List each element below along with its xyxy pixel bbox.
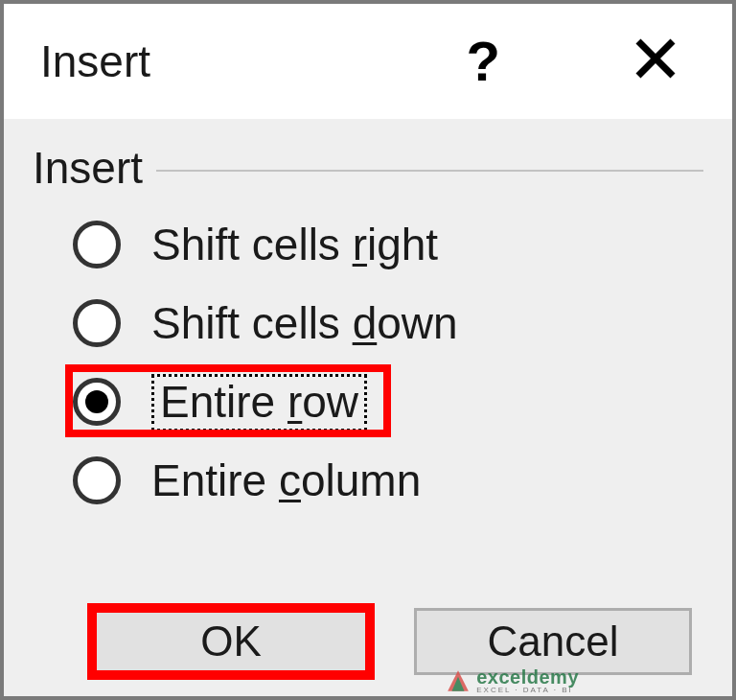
- text: Shift cells: [151, 298, 353, 348]
- close-icon[interactable]: [625, 32, 686, 91]
- text: ight: [367, 220, 438, 269]
- label-shift-right[interactable]: Shift cells right: [151, 219, 438, 270]
- text: Entire: [160, 377, 288, 427]
- window-controls: ?: [457, 30, 686, 93]
- group-divider: [156, 170, 703, 172]
- accelerator: r: [288, 377, 302, 427]
- radio-shift-right[interactable]: [73, 221, 121, 268]
- radio-shift-down[interactable]: [73, 299, 121, 347]
- text: Shift cells: [151, 220, 353, 269]
- ok-button[interactable]: OK: [92, 608, 370, 675]
- dialog-title: Insert: [40, 35, 150, 87]
- ok-button-label: OK: [200, 618, 262, 665]
- insert-group: Insert Shift cells right Shift cells dow…: [33, 142, 703, 506]
- accelerator: d: [353, 298, 378, 348]
- label-shift-down[interactable]: Shift cells down: [151, 297, 458, 349]
- text: olumn: [301, 455, 421, 505]
- group-header: Insert: [33, 142, 703, 194]
- text: Entire: [151, 455, 279, 505]
- radio-entire-row[interactable]: [73, 378, 121, 426]
- option-shift-down[interactable]: Shift cells down: [73, 297, 703, 349]
- option-entire-row[interactable]: Entire row: [73, 376, 703, 428]
- option-shift-right[interactable]: Shift cells right: [73, 219, 703, 270]
- text: own: [377, 298, 457, 348]
- cancel-button[interactable]: Cancel: [414, 608, 692, 675]
- svg-marker-3: [452, 677, 465, 691]
- radio-options: Shift cells right Shift cells down Entir…: [33, 219, 703, 506]
- label-entire-column[interactable]: Entire column: [151, 455, 421, 506]
- watermark-tagline: EXCEL · DATA · BI: [476, 687, 579, 694]
- text: ow: [302, 377, 358, 427]
- focus-indicator: Entire row: [151, 374, 367, 432]
- insert-dialog: Insert ? Insert Shift cells right: [0, 0, 736, 700]
- cancel-button-label: Cancel: [488, 618, 619, 665]
- accelerator: c: [279, 455, 301, 505]
- titlebar: Insert ?: [4, 4, 732, 119]
- group-label: Insert: [33, 142, 143, 194]
- radio-entire-column[interactable]: [73, 456, 121, 504]
- label-entire-row[interactable]: Entire row: [151, 376, 367, 428]
- dialog-body: Insert Shift cells right Shift cells dow…: [4, 119, 732, 696]
- accelerator: r: [353, 220, 367, 269]
- button-row: OK Cancel: [33, 608, 703, 675]
- help-icon[interactable]: ?: [457, 30, 510, 93]
- option-entire-column[interactable]: Entire column: [73, 455, 703, 506]
